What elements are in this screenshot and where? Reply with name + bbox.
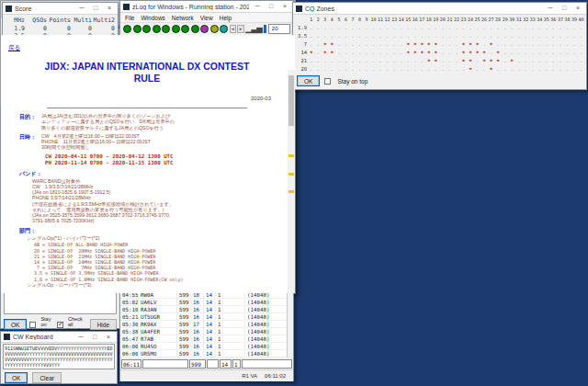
entry-field-4[interactable]: 14 — [220, 359, 232, 369]
zone-dot: . — [356, 40, 364, 49]
band-led-8[interactable] — [191, 25, 199, 33]
menu-windows[interactable]: Windows — [141, 15, 164, 21]
maximize-icon[interactable]: □ — [90, 3, 101, 14]
zone-dot: . — [508, 40, 515, 49]
zone-number: 26 — [481, 16, 488, 24]
log-row[interactable]: 05:10RA3AN59916141(14048) — [120, 306, 288, 313]
band-led-7[interactable] — [181, 25, 189, 33]
menu-network[interactable]: Network — [172, 15, 194, 21]
score-titlebar[interactable]: Score ─ □ × — [3, 3, 118, 15]
band-led-5[interactable] — [162, 25, 170, 33]
zone-dot: . — [494, 65, 502, 74]
band-led-6[interactable] — [172, 25, 180, 33]
band-led-2[interactable] — [133, 25, 141, 33]
next-button[interactable]: ▸ — [237, 25, 243, 33]
menu-file[interactable]: File — [125, 15, 134, 21]
log-row[interactable]: 06:00RU4SO59916141(14048) — [120, 343, 288, 350]
cw-titlebar[interactable]: CW Keyboard ─ □ × — [1, 332, 117, 343]
ok-button[interactable]: OK — [297, 75, 320, 86]
entry-field-5[interactable]: 1 — [232, 359, 241, 369]
zone-worked-mark: * — [308, 49, 315, 57]
zone-dot: . — [377, 65, 384, 74]
log-row[interactable]: 06:00UR5MO59916141(14048) — [120, 350, 288, 358]
find-match-marker — [288, 190, 294, 193]
page-scrollbar[interactable] — [288, 70, 295, 293]
partial-check-results[interactable] — [4, 290, 117, 314]
maximize-icon[interactable]: □ — [89, 332, 100, 343]
cw-sent-text[interactable]: 911SNNU1ETUEVVVVEDVYYYYYYYYYYYYYYYYYYEDV… — [3, 344, 115, 369]
zone-number: 39 — [571, 16, 578, 24]
log-cell: 599 — [177, 321, 191, 327]
close-icon[interactable]: × — [572, 3, 583, 14]
scrollbar-thumb[interactable] — [288, 75, 294, 126]
log-row[interactable]: 05:21UT5UGR59916141(14048) — [120, 313, 288, 321]
band-led-9[interactable] — [200, 25, 209, 33]
stay-on-top-checkbox[interactable] — [29, 322, 36, 328]
band-led-11[interactable] — [220, 25, 228, 33]
entry-field-3[interactable] — [207, 359, 219, 369]
qso-entry-row: 06:11599141 — [120, 358, 293, 369]
check-all-bands-checkbox[interactable] — [57, 322, 63, 328]
zone-dot: . — [433, 24, 440, 32]
zone-dot: . — [390, 49, 398, 57]
zone-dot: . — [433, 32, 440, 40]
log-row[interactable]: 05:02UA6LV59916141(14048) — [120, 299, 288, 306]
band-led-1[interactable] — [123, 25, 131, 33]
log-row[interactable]: 05:30RK9AX59917141(14048) — [120, 321, 288, 328]
page-back-link[interactable]: 戻る — [8, 44, 20, 52]
maximize-icon[interactable]: □ — [266, 1, 277, 12]
band-section-text: WARC BANDは対象外CW 1.9/3.5/7/14/21/28MHz(JA… — [32, 178, 286, 224]
maximize-icon[interactable]: □ — [559, 3, 570, 14]
hide-button[interactable]: Hide — [90, 319, 117, 330]
zone-number: 9 — [363, 16, 370, 24]
log-cell — [223, 343, 245, 349]
rig-status: R1 VA — [242, 373, 257, 379]
category-intro: シングルOp(*1)・ハイパワー(*2) — [27, 235, 286, 242]
zone-dot: . — [522, 57, 529, 65]
zones-titlebar[interactable]: CQ Zones ─ □ × — [293, 3, 586, 15]
wpm-indicator[interactable]: 20 wpm — [268, 24, 290, 34]
stay-on-top-checkbox[interactable] — [324, 78, 331, 85]
band-led-10[interactable] — [210, 25, 219, 33]
close-icon[interactable]: × — [103, 332, 114, 343]
zone-dot: . — [343, 40, 350, 49]
minimize-icon[interactable]: ─ — [252, 1, 263, 12]
log-cell: (14048) — [245, 313, 288, 320]
minimize-icon[interactable]: ─ — [76, 3, 87, 14]
chart-icon[interactable]: ▁▃▅ — [245, 25, 262, 34]
band-led-4[interactable] — [153, 25, 161, 33]
log-row[interactable]: 05:47R7AB59916141(14048) — [120, 335, 288, 343]
main-titlebar[interactable]: zLog for Windows - Running station - 202… — [120, 1, 293, 13]
zone-dot: . — [322, 57, 329, 65]
zone-dot: . — [322, 24, 329, 32]
log-cell: 16 — [191, 350, 204, 357]
band-led-3[interactable] — [142, 25, 151, 33]
clear-button[interactable]: Clear — [32, 372, 62, 383]
menu-help[interactable]: Help — [220, 15, 232, 21]
entry-field-2[interactable]: 599 — [189, 359, 206, 369]
log-cell: 14 — [204, 350, 216, 357]
log-row[interactable]: 05:38UA4FER59916141(14048) — [120, 328, 288, 335]
zone-worked-mark: * — [329, 49, 336, 57]
prev-button[interactable]: ◂ — [230, 25, 236, 33]
ok-button[interactable]: OK — [5, 372, 28, 383]
entry-field-6[interactable] — [242, 359, 292, 369]
zone-number: 22 — [453, 16, 460, 24]
close-icon[interactable]: × — [104, 3, 115, 14]
minimize-icon[interactable]: ─ — [75, 332, 86, 343]
minimize-icon[interactable]: ─ — [545, 3, 556, 14]
menu-view[interactable]: View — [200, 15, 213, 21]
find-match-marker — [288, 154, 294, 157]
score-col-header: Points — [47, 17, 71, 25]
zone-dot: . — [578, 40, 585, 49]
zone-worked-mark: * — [460, 49, 468, 57]
zone-dot: . — [439, 49, 447, 57]
entry-field-0[interactable]: 06:11 — [121, 359, 141, 369]
zone-dot: . — [474, 57, 481, 65]
zone-dot: . — [343, 49, 350, 57]
log-cell: 14 — [204, 313, 216, 320]
ok-button[interactable]: OK — [4, 319, 27, 330]
zone-dot: . — [349, 57, 356, 65]
entry-field-1[interactable] — [142, 359, 188, 369]
close-icon[interactable]: × — [279, 1, 290, 12]
